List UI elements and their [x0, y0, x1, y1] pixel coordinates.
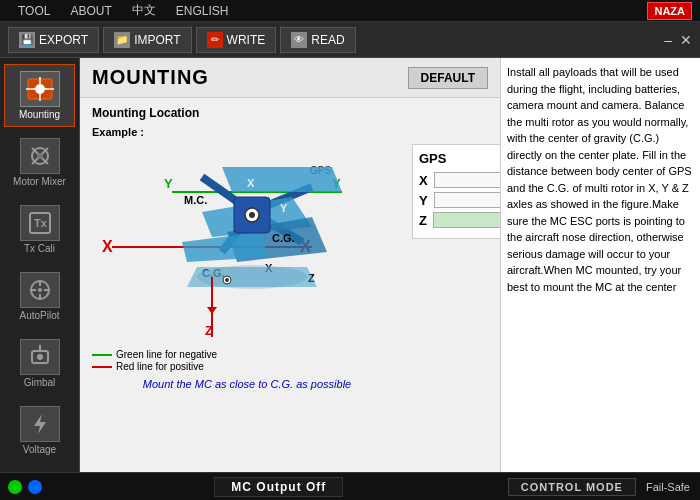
legend-green-row: Green line for negative: [92, 349, 402, 360]
motor-mixer-label: Motor Mixer: [13, 176, 66, 187]
gps-y-row: Y: [419, 192, 500, 208]
sidebar-item-tx-cal[interactable]: Tx Tx Cali: [4, 198, 75, 261]
status-dot-green: [8, 480, 22, 494]
svg-text:X: X: [102, 238, 113, 255]
gps-y-label: Y: [419, 193, 428, 208]
tx-cal-icon: Tx: [20, 205, 60, 241]
right-scroll-area[interactable]: Install all payloads that will be used d…: [501, 58, 700, 472]
voltage-label: Voltage: [23, 444, 56, 455]
svg-marker-34: [222, 167, 342, 192]
mount-note: Mount the MC as close to C.G. as possibl…: [92, 378, 402, 390]
gps-z-input[interactable]: [433, 212, 500, 228]
autopilot-icon: [20, 272, 60, 308]
menu-chinese[interactable]: 中文: [122, 2, 166, 19]
gps-x-row: X: [419, 172, 500, 188]
legend-green-text: Green line for negative: [116, 349, 217, 360]
svg-text:Y: Y: [280, 202, 288, 214]
example-label: Example :: [92, 126, 402, 138]
gimbal-label: Gimbal: [24, 377, 56, 388]
gps-x-input[interactable]: [434, 172, 500, 188]
svg-text:Z: Z: [205, 323, 213, 338]
tx-cal-label: Tx Cali: [24, 243, 55, 254]
write-icon: ✏: [207, 32, 223, 48]
status-mc-output: MC Output Off: [50, 477, 508, 497]
svg-text:Tx: Tx: [34, 217, 48, 229]
content-body: Mounting Location Example : X X: [80, 98, 500, 472]
motor-mixer-icon: [20, 138, 60, 174]
green-line: [92, 354, 112, 356]
toolbar: 💾 EXPORT 📁 IMPORT ✏ WRITE 👁 READ – ✕: [0, 22, 700, 58]
drone-diagram: X X Y Y Z GPS: [92, 142, 402, 342]
sidebar-item-autopilot[interactable]: AutoPilot: [4, 265, 75, 328]
legend-red-row: Red line for positive: [92, 361, 402, 372]
menu-about[interactable]: ABOUT: [60, 4, 121, 18]
svg-marker-49: [187, 267, 317, 287]
mc-output-text: MC Output Off: [214, 477, 343, 497]
import-button[interactable]: 📁 IMPORT: [103, 27, 191, 53]
statusbar: MC Output Off CONTROL MODE Fail-Safe: [0, 472, 700, 500]
svg-point-15: [38, 288, 42, 292]
svg-text:M.C.: M.C.: [184, 194, 207, 206]
gps-title: GPS: [419, 151, 500, 166]
sidebar: Mounting Motor Mixer Tx Tx Cali: [0, 58, 80, 472]
gps-z-label: Z: [419, 213, 427, 228]
read-icon: 👁: [291, 32, 307, 48]
voltage-icon: [20, 406, 60, 442]
svg-marker-19: [34, 414, 46, 434]
window-controls: – ✕: [664, 32, 692, 48]
svg-point-7: [37, 153, 43, 159]
read-button[interactable]: 👁 READ: [280, 27, 355, 53]
import-icon: 📁: [114, 32, 130, 48]
svg-text:Y: Y: [164, 176, 173, 191]
diagram-left: Example : X X Y Y: [92, 126, 402, 390]
section-location-title: Mounting Location: [92, 106, 488, 120]
control-mode-text: CONTROL MODE: [508, 478, 636, 496]
svg-point-53: [225, 278, 229, 282]
autopilot-label: AutoPilot: [19, 310, 59, 321]
gps-panel: GPS X Y Z: [412, 144, 500, 239]
close-button[interactable]: ✕: [680, 32, 692, 48]
export-button[interactable]: 💾 EXPORT: [8, 27, 99, 53]
titlebar: TOOL ABOUT 中文 ENGLISH NAZA: [0, 0, 700, 22]
legend-red-text: Red line for positive: [116, 361, 204, 372]
default-button[interactable]: DEFAULT: [408, 67, 488, 89]
content-area: MOUNTING DEFAULT Mounting Location Examp…: [80, 58, 500, 472]
main-layout: Mounting Motor Mixer Tx Tx Cali: [0, 58, 700, 472]
status-dot-blue: [28, 480, 42, 494]
export-icon: 💾: [19, 32, 35, 48]
mounting-label: Mounting: [19, 109, 60, 120]
red-line: [92, 366, 112, 368]
gps-y-input[interactable]: [434, 192, 500, 208]
sidebar-item-mounting[interactable]: Mounting: [4, 64, 75, 127]
right-panel: Install all payloads that will be used d…: [500, 58, 700, 472]
svg-text:X: X: [247, 177, 255, 189]
menu-tool[interactable]: TOOL: [8, 4, 60, 18]
mounting-icon: [20, 71, 60, 107]
page-title: MOUNTING: [92, 66, 408, 89]
failsafe-text: Fail-Safe: [636, 481, 700, 493]
diagram-container: Example : X X Y Y: [92, 126, 488, 390]
content-header: MOUNTING DEFAULT: [80, 58, 500, 98]
gimbal-icon: [20, 339, 60, 375]
minimize-button[interactable]: –: [664, 32, 672, 48]
svg-point-17: [37, 354, 43, 360]
legend: Green line for negative Red line for pos…: [92, 349, 402, 372]
gps-x-label: X: [419, 173, 428, 188]
svg-text:C.G.: C.G.: [272, 232, 295, 244]
sidebar-item-motor-mixer[interactable]: Motor Mixer: [4, 131, 75, 194]
naza-logo: NAZA: [647, 2, 692, 20]
menu-english[interactable]: ENGLISH: [166, 4, 239, 18]
write-button[interactable]: ✏ WRITE: [196, 27, 277, 53]
gps-z-row: Z: [419, 212, 500, 228]
sidebar-item-voltage[interactable]: Voltage: [4, 399, 75, 462]
status-indicators: [0, 480, 50, 494]
sidebar-item-gimbal[interactable]: Gimbal: [4, 332, 75, 395]
svg-point-40: [249, 212, 255, 218]
